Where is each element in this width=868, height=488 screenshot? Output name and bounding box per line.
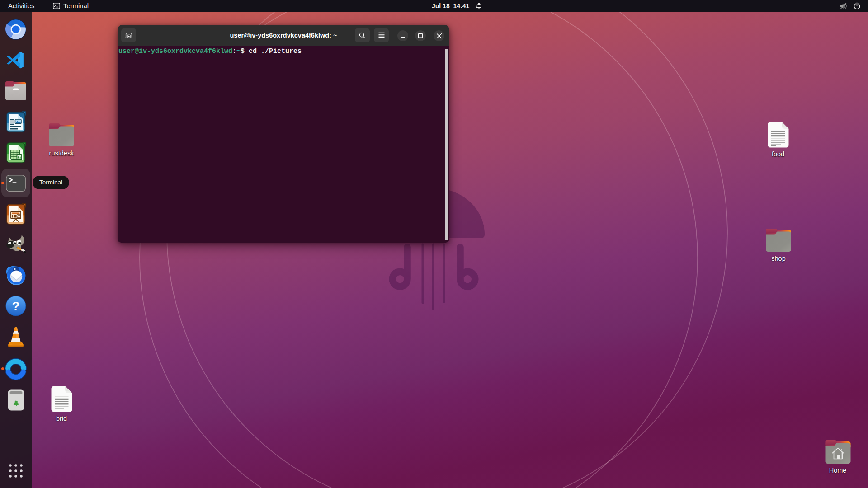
svg-text:?: ? [12, 299, 19, 313]
